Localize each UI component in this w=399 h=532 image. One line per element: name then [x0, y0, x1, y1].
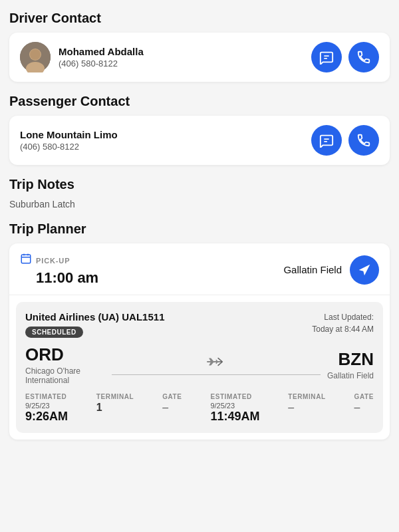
dest-estimated-time: 11:49AM: [210, 410, 259, 424]
origin-gate-label: GATE: [162, 393, 182, 400]
dest-estimated-date: 9/25/23: [210, 402, 259, 410]
flight-airline: United Airlines (UA) UAL1511: [25, 311, 164, 323]
driver-contact-card: Mohamed Abdalla (406) 580-8122: [9, 33, 390, 82]
origin-terminal-label: TERMINAL: [96, 393, 134, 400]
flight-route: ORD Chicago O'hare International BZN: [25, 344, 374, 385]
origin-terminal-value: 1: [96, 402, 134, 414]
svg-rect-10: [23, 254, 25, 256]
destination-name: Gallatin Field: [327, 371, 374, 380]
pickup-label-row: PICK-UP: [20, 253, 98, 268]
pickup-right: Gallatin Field: [283, 255, 379, 285]
last-updated-value: Today at 8:44 AM: [312, 325, 374, 334]
flight-header-left: United Airlines (UA) UAL1511 SCHEDULED: [25, 311, 164, 338]
passenger-actions: [311, 125, 379, 156]
pickup-left: PICK-UP 11:00 am: [20, 253, 98, 287]
dest-gate-label: GATE: [354, 393, 374, 400]
passenger-contact-info: Lone Mountain Limo (406) 580-8122: [20, 129, 118, 152]
origin-gate-value: –: [162, 402, 182, 414]
flight-arrow: [105, 354, 327, 375]
flight-card: United Airlines (UA) UAL1511 SCHEDULED L…: [16, 302, 383, 433]
origin-estimated-time: 9:26AM: [25, 410, 68, 424]
passenger-name: Lone Mountain Limo: [20, 129, 118, 140]
flight-details-row: ESTIMATED 9/25/23 9:26AM TERMINAL 1 GATE…: [25, 393, 374, 424]
driver-contact-title: Driver Contact: [9, 11, 390, 26]
trip-notes-title: Trip Notes: [9, 177, 390, 192]
driver-call-button[interactable]: [348, 42, 379, 72]
dest-terminal-label: TERMINAL: [288, 393, 325, 400]
pickup-header: PICK-UP 11:00 am Gallatin Field: [9, 243, 390, 295]
driver-message-button[interactable]: [311, 42, 342, 72]
driver-info: Mohamed Abdalla (406) 580-8122: [20, 42, 144, 72]
dest-terminal: TERMINAL –: [288, 393, 325, 424]
pickup-label: PICK-UP: [36, 257, 70, 265]
passenger-contact-card: Lone Mountain Limo (406) 580-8122: [9, 116, 390, 165]
passenger-phone: (406) 580-8122: [20, 142, 118, 152]
pickup-time: 11:00 am: [36, 269, 98, 287]
navigate-button[interactable]: [350, 255, 379, 285]
passenger-message-button[interactable]: [311, 125, 342, 156]
trip-planner-title: Trip Planner: [9, 221, 390, 237]
svg-rect-11: [27, 254, 29, 256]
dest-estimated-label: ESTIMATED: [210, 393, 259, 400]
driver-contact-info: Mohamed Abdalla (406) 580-8122: [59, 46, 144, 68]
origin-info: ORD Chicago O'hare International: [25, 344, 105, 385]
flight-line: [112, 374, 321, 375]
origin-estimated-date: 9/25/23: [25, 402, 68, 410]
dest-gate-value: –: [354, 402, 374, 414]
destination-info: BZN Gallatin Field: [327, 349, 374, 380]
plane-icon: [207, 354, 225, 372]
driver-phone: (406) 580-8122: [59, 59, 144, 68]
trip-notes-text: Suburban Latch: [9, 199, 390, 209]
svg-rect-8: [21, 255, 31, 263]
last-updated-label: Last Updated:: [324, 313, 374, 322]
last-updated: Last Updated: Today at 8:44 AM: [312, 311, 374, 335]
destination-code: BZN: [327, 349, 374, 370]
pickup-icon: [20, 253, 32, 268]
trip-planner-card: PICK-UP 11:00 am Gallatin Field United A…: [9, 243, 390, 440]
flight-header: United Airlines (UA) UAL1511 SCHEDULED L…: [25, 311, 374, 338]
origin-gate: GATE –: [162, 393, 182, 424]
origin-estimated: ESTIMATED 9/25/23 9:26AM: [25, 393, 68, 424]
origin-code: ORD: [25, 344, 105, 365]
passenger-contact-title: Passenger Contact: [9, 94, 390, 109]
passenger-call-button[interactable]: [348, 125, 379, 156]
svg-point-3: [30, 49, 41, 60]
passenger-info: Lone Mountain Limo (406) 580-8122: [20, 129, 118, 152]
origin-estimated-label: ESTIMATED: [25, 393, 68, 400]
origin-terminal: TERMINAL 1: [96, 393, 134, 424]
pickup-location: Gallatin Field: [283, 264, 342, 275]
origin-name: Chicago O'hare International: [25, 366, 105, 385]
flight-status-badge: SCHEDULED: [25, 327, 83, 338]
dest-estimated: ESTIMATED 9/25/23 11:49AM: [210, 393, 259, 424]
driver-avatar: [20, 42, 51, 72]
driver-actions: [311, 42, 379, 72]
dest-gate: GATE –: [354, 393, 374, 424]
driver-name: Mohamed Abdalla: [59, 46, 144, 57]
dest-terminal-value: –: [288, 402, 325, 414]
